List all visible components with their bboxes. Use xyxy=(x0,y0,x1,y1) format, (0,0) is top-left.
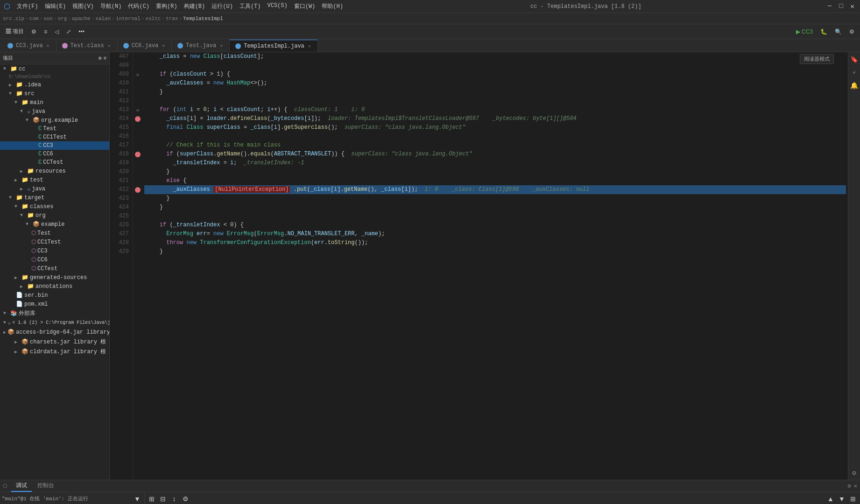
toolbar-left[interactable]: ◁ xyxy=(52,26,62,37)
tree-item-charsets[interactable]: ▶ 📦 charsets.jar library 根 xyxy=(0,337,109,347)
breadcrumb-apache[interactable]: apache xyxy=(72,16,91,21)
bookmark-icon[interactable]: 🔖 xyxy=(849,54,860,64)
sidebar-settings-icon[interactable]: ⚙ xyxy=(99,55,102,61)
menu-help[interactable]: 帮助(H) xyxy=(319,1,346,11)
vars-collapse-btn[interactable]: ⊟ xyxy=(158,494,168,504)
tree-item-src[interactable]: ▼ 📁 src xyxy=(0,89,109,98)
menu-edit[interactable]: 编辑(E) xyxy=(42,1,69,11)
vars-nav-down[interactable]: ▼ xyxy=(837,494,847,504)
menu-file[interactable]: 文件(F) xyxy=(14,1,41,11)
breadcrumb-part[interactable]: xsltc xyxy=(145,16,161,21)
tree-item-cctest-src[interactable]: ▶ C CCTest xyxy=(0,158,109,167)
breadcrumb-part[interactable]: org xyxy=(58,16,67,21)
sidebar-list-icon[interactable]: ≡ xyxy=(103,56,106,61)
debug-btn[interactable]: 🐛 xyxy=(818,26,830,37)
toolbar-expand[interactable]: ⤢ xyxy=(63,26,74,37)
breakpoint-418[interactable] xyxy=(135,152,141,157)
settings-right-icon[interactable]: ⚙ xyxy=(849,468,860,478)
tree-item-test-cls[interactable]: ⬡ Test xyxy=(0,229,109,238)
minimize-btn[interactable]: ─ xyxy=(826,2,833,10)
breadcrumb-part[interactable]: src.zip xyxy=(3,16,24,21)
toolbar-list[interactable]: ≡ xyxy=(41,26,50,37)
tab-testclass[interactable]: Test.class ✕ xyxy=(56,40,118,52)
maximize-btn[interactable]: □ xyxy=(837,2,845,10)
toolbar-settings[interactable]: ⚙ xyxy=(28,26,39,37)
menu-view[interactable]: 视图(V) xyxy=(70,1,97,11)
menu-window[interactable]: 窗口(W) xyxy=(291,1,318,11)
breadcrumb-part[interactable]: TemplatesImpl xyxy=(183,16,223,21)
menu-nav[interactable]: 导航(N) xyxy=(98,1,125,11)
breadcrumb-part[interactable]: xalan xyxy=(95,16,111,21)
tree-item-main[interactable]: ▼ 📁 main xyxy=(0,98,109,107)
tree-item-cc3-src[interactable]: ▶ C CC3 xyxy=(0,141,109,150)
menu-run[interactable]: 运行(U) xyxy=(209,1,236,11)
tree-item-cc[interactable]: ▼ 📁 cc xyxy=(0,64,109,73)
tree-item-external-libs[interactable]: ▼ 📚 外部库 xyxy=(0,308,109,318)
filter-btn[interactable]: ▼ xyxy=(132,494,142,504)
structure-icon[interactable]: ⚡ xyxy=(849,67,860,77)
tree-item-cldrdata[interactable]: ▶ 📦 cldrdata.jar library 根 xyxy=(0,347,109,357)
tree-item-java-main[interactable]: ▼ ☕ java xyxy=(0,107,109,116)
tree-item-idea[interactable]: ▶ 📁 .idea xyxy=(0,80,109,89)
breakpoint-422[interactable] xyxy=(135,187,141,193)
menu-code[interactable]: 代码(C) xyxy=(125,1,152,11)
tab-close-testclass[interactable]: ✕ xyxy=(107,43,112,49)
breadcrumb-part[interactable]: sun xyxy=(43,16,53,21)
tree-item-cc1test-cls[interactable]: ⬡ CC1Test xyxy=(0,238,109,246)
tree-item-org-target[interactable]: ▼ 📁 org xyxy=(0,211,109,220)
tree-item-jdk[interactable]: ▼ ☕ < 1.8 (2) > C:\Program Files\Java\jd… xyxy=(0,318,109,327)
vars-sort-btn[interactable]: ↕ xyxy=(169,494,179,504)
close-btn[interactable]: ✕ xyxy=(849,2,856,10)
vars-expand-btn[interactable]: ⊞ xyxy=(147,494,157,504)
tab-cc6[interactable]: CC6.java ✕ xyxy=(118,40,172,52)
toolbar-dots[interactable]: ••• xyxy=(76,26,87,37)
code-editor[interactable]: 阅读器模式 407 408 409 410 411 412 413 414 41… xyxy=(110,52,848,480)
tree-item-example-target[interactable]: ▼ 📦 example xyxy=(0,220,109,229)
tree-item-orgexample[interactable]: ▼ 📦 org.example xyxy=(0,116,109,125)
tree-item-serbin[interactable]: ▶ 📄 ser.bin xyxy=(0,291,109,300)
vars-grid-btn[interactable]: ⊞ xyxy=(848,494,858,504)
search-btn[interactable]: 🔍 xyxy=(832,26,845,37)
tree-item-target[interactable]: ▼ 📁 target xyxy=(0,193,109,202)
source-code[interactable]: _class = new Class[classCount]; if (clas… xyxy=(142,52,848,480)
vars-nav-up[interactable]: ▲ xyxy=(825,494,836,504)
tree-item-classes[interactable]: ▼ 📁 classes xyxy=(0,202,109,211)
tree-item-gen-sources[interactable]: ▶ 📁 generated-sources xyxy=(0,273,109,282)
breakpoint-414[interactable] xyxy=(135,116,141,122)
tab-console[interactable]: 控制台 xyxy=(33,481,59,492)
project-btn[interactable]: ☰ 项目 xyxy=(3,26,27,37)
breadcrumb-part[interactable]: trax xyxy=(166,16,178,21)
tab-cc3[interactable]: CC3.java ✕ xyxy=(2,40,56,52)
tree-item-cc6-cls[interactable]: ⬡ CC6 xyxy=(0,255,109,264)
breadcrumb-part[interactable]: com xyxy=(29,16,39,21)
tree-item-annotations[interactable]: ▶ 📁 annotations xyxy=(0,282,109,291)
tab-debug[interactable]: 调试 xyxy=(11,481,32,492)
breadcrumb-part[interactable]: internal xyxy=(116,16,141,21)
tree-item-cc6-src[interactable]: ▶ C CC6 xyxy=(0,150,109,158)
notification-icon[interactable]: 🔔 xyxy=(849,80,860,91)
tree-item-cc3-cls[interactable]: ⬡ CC3 xyxy=(0,246,109,255)
tree-item-pomxml[interactable]: ▶ 📄 pom.xml xyxy=(0,300,109,308)
menu-build[interactable]: 构建(B) xyxy=(181,1,208,11)
tab-close-templatesimpl[interactable]: ✕ xyxy=(307,43,312,49)
tree-item-test-src[interactable]: ▶ C Test xyxy=(0,125,109,133)
tree-item-java-test[interactable]: ▶ ☕ java xyxy=(0,184,109,193)
tree-item-cc1test-src[interactable]: ▶ C CC1Test xyxy=(0,133,109,141)
menu-vcs[interactable]: VCS(S) xyxy=(264,1,290,11)
tab-templatesimpl[interactable]: TemplatesImpl.java ✕ xyxy=(230,40,318,52)
settings-btn[interactable]: ⚙ xyxy=(846,26,857,37)
tree-item-resources[interactable]: ▶ 📁 resources xyxy=(0,167,109,175)
tab-close-cc6[interactable]: ✕ xyxy=(161,43,166,49)
close-debug-icon[interactable]: ✕ xyxy=(854,483,857,490)
run-btn[interactable]: ▶ CC3 xyxy=(793,26,816,37)
settings-debug-icon[interactable]: ⚙ xyxy=(848,483,851,490)
menu-tools[interactable]: 工具(T) xyxy=(237,1,264,11)
tree-item-cctest-cls[interactable]: ⬡ CCTest xyxy=(0,264,109,273)
tab-close-cc3[interactable]: ✕ xyxy=(46,43,50,49)
vars-settings-btn[interactable]: ⚙ xyxy=(180,494,190,504)
menu-refactor[interactable]: 重构(R) xyxy=(153,1,180,11)
tree-item-test-folder[interactable]: ▶ 📁 test xyxy=(0,175,109,184)
tab-testjava[interactable]: Test.java ✕ xyxy=(172,40,230,52)
tab-close-testjava[interactable]: ✕ xyxy=(219,43,224,49)
tree-item-access-bridge[interactable]: ▶ 📦 access-bridge-64.jar library 根 xyxy=(0,327,109,337)
